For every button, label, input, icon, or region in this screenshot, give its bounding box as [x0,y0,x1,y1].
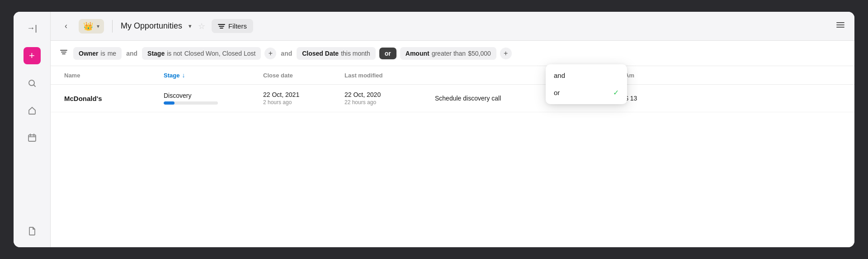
favorite-star-icon[interactable]: ☆ [198,21,205,31]
filterbar: Owner is me and Stage is not Closed Won,… [51,41,854,66]
filter-amount-key: Amount [406,50,429,57]
filters-button[interactable]: Filters [212,19,253,33]
filter-stage-op: is not [167,50,182,57]
sidebar: →| + [14,12,51,247]
crown-icon: 👑 [83,21,93,31]
main-content: ‹ 👑 ▾ My Opportunities ▾ ☆ Filters [51,12,854,247]
last-modified-main: 22 Oct, 2020 [344,91,426,98]
th-name-label: Name [64,72,80,79]
topbar: ‹ 👑 ▾ My Opportunities ▾ ☆ Filters [51,12,854,41]
sidebar-item-calendar[interactable] [24,130,40,146]
next-action-text: Schedule discovery call [435,95,501,102]
filter-owner[interactable]: Owner is me [73,47,122,60]
and-or-dropdown: and or ✓ [546,64,627,104]
title-chevron-icon: ▾ [97,23,99,29]
row-name: McDonald's [64,95,102,102]
stage-cell: Discovery [164,92,254,105]
title-group[interactable]: 👑 ▾ [79,19,104,34]
search-icon [28,79,37,88]
document-icon [28,226,37,235]
last-modified-cell: 22 Oct, 2020 22 hours ago [344,91,426,106]
th-close-date-label: Close date [263,72,293,79]
filter-stage-val: Closed Won, Closed Lost [184,50,256,57]
td-next-action: Schedule discovery call [430,88,548,108]
calendar-icon [28,133,37,142]
menu-icon[interactable] [835,20,845,32]
sort-icon [60,48,68,56]
th-last-modified: Last modified [340,66,430,84]
connector-1: and [125,50,138,57]
filter-owner-op: is [101,50,105,57]
stage-name: Discovery [164,92,254,99]
sidebar-collapse-icon[interactable]: →| [24,20,40,36]
dropdown-and-label: and [554,72,565,79]
sidebar-item-search[interactable] [24,75,40,91]
table-area: Name Stage ↓ Close date Last modified Bi… [51,66,854,247]
svg-rect-2 [28,135,36,141]
td-stage: Discovery [159,86,259,111]
dropdown-item-or[interactable]: or ✓ [546,84,627,101]
sidebar-item-document[interactable] [24,223,40,239]
th-stage-label: Stage [164,72,179,79]
dropdown-or-label: or [554,89,560,96]
filter-sort-icon[interactable] [60,48,68,58]
th-next-action [430,66,548,84]
sort-arrow-icon: ↓ [182,72,185,79]
back-button[interactable]: ‹ [60,20,72,33]
topbar-divider [112,20,113,33]
app-window: →| + [14,12,854,247]
filter-stage-key: Stage [147,50,165,57]
filter-amount-val: $50,000 [468,50,491,57]
th-amount: Am [620,66,675,84]
last-modified-rel: 22 hours ago [344,99,426,106]
home-icon [28,106,37,115]
td-close-date: 22 Oct, 2021 2 hours ago [259,85,340,112]
filter-closed-date[interactable]: Closed Date this month [297,47,376,60]
add-button[interactable]: + [24,47,41,64]
filter-owner-val: me [108,50,116,57]
th-name: Name [60,66,159,84]
filter-closed-val: this month [341,50,370,57]
connector-2: and [280,50,293,57]
th-stage[interactable]: Stage ↓ [159,66,259,84]
dropdown-item-and[interactable]: and [546,67,627,84]
filter-closed-key: Closed Date [302,50,339,57]
dropdown-or-check: ✓ [613,88,619,97]
td-name: McDonald's [60,88,159,109]
td-amount: $ 13 [620,88,675,108]
table-header: Name Stage ↓ Close date Last modified Bi… [51,66,854,85]
filter-stage[interactable]: Stage is not Closed Won, Closed Lost [142,47,261,60]
or-badge-label: or [385,50,391,57]
stage-bar-track [164,101,218,105]
add-icon: + [29,50,35,62]
th-last-modified-label: Last modified [344,72,383,79]
sidebar-item-home[interactable] [24,102,40,119]
filter-add-2[interactable]: + [500,48,512,59]
stage-bar-fill [164,101,175,105]
th-close-date: Close date [259,66,340,84]
close-date-main: 22 Oct, 2021 [263,91,335,98]
filters-label: Filters [228,22,247,30]
table-row[interactable]: McDonald's Discovery 22 Oct, 2021 2 hour… [51,85,854,112]
filter-owner-key: Owner [79,50,99,57]
page-title: My Opportunities [121,21,182,31]
filters-icon [218,23,225,30]
filter-amount[interactable]: Amount greater than $50,000 [400,47,496,60]
title-dropdown-icon[interactable]: ▾ [189,23,192,29]
hamburger-icon [835,20,845,30]
close-date-rel: 2 hours ago [263,99,335,106]
filter-amount-op: greater than [432,50,466,57]
svg-line-1 [33,85,35,87]
filter-or-badge[interactable]: or [379,48,396,59]
close-date-cell: 22 Oct, 2021 2 hours ago [263,91,335,106]
td-last-modified: 22 Oct, 2020 22 hours ago [340,85,430,112]
filter-add-1[interactable]: + [264,48,276,59]
